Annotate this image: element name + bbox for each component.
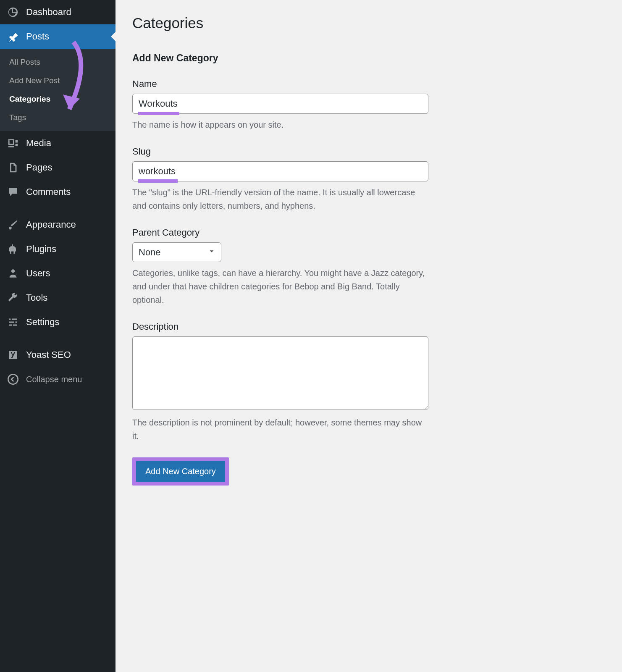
submenu-all-posts[interactable]: All Posts (0, 53, 115, 71)
sidebar-item-settings[interactable]: Settings (0, 310, 115, 334)
yoast-icon (7, 349, 19, 361)
sidebar-item-users[interactable]: Users (0, 261, 115, 286)
sidebar-label: Comments (26, 186, 71, 197)
sidebar-item-appearance[interactable]: Appearance (0, 213, 115, 237)
dashboard-icon (7, 6, 19, 18)
sidebar-label: Media (26, 138, 51, 149)
submenu-add-new[interactable]: Add New Post (0, 71, 115, 90)
sidebar-item-plugins[interactable]: Plugins (0, 237, 115, 261)
sidebar-label: Appearance (26, 219, 76, 230)
name-label: Name (132, 79, 428, 89)
name-input[interactable] (132, 94, 428, 114)
collapse-label: Collapse menu (26, 375, 82, 384)
sidebar-item-dashboard[interactable]: Dashboard (0, 0, 115, 24)
separator (0, 334, 115, 343)
page-title: Categories (132, 15, 428, 32)
parent-label: Parent Category (132, 227, 428, 238)
parent-select[interactable]: None (132, 242, 221, 262)
description-label: Description (132, 321, 428, 332)
submenu-tags[interactable]: Tags (0, 108, 115, 127)
sidebar-label: Tools (26, 292, 47, 303)
name-field: Name The name is how it appears on your … (132, 79, 428, 131)
sidebar-label: Posts (26, 31, 49, 42)
posts-submenu: All Posts Add New Post Categories Tags (0, 49, 115, 131)
sidebar-item-media[interactable]: Media (0, 131, 115, 155)
slug-field: Slug The "slug" is the URL-friendly vers… (132, 146, 428, 213)
svg-point-0 (8, 374, 18, 384)
name-help: The name is how it appears on your site. (132, 118, 428, 131)
submit-highlight: Add New Category (132, 457, 229, 486)
sidebar-item-comments[interactable]: Comments (0, 180, 115, 204)
parent-help: Categories, unlike tags, can have a hier… (132, 266, 428, 307)
pin-icon (7, 30, 19, 43)
sidebar-item-pages[interactable]: Pages (0, 155, 115, 180)
comments-icon (7, 186, 19, 198)
collapse-menu-button[interactable]: Collapse menu (0, 367, 115, 391)
brush-icon (7, 218, 19, 231)
description-field: Description The description is not promi… (132, 321, 428, 443)
plugin-icon (7, 243, 19, 255)
sidebar-item-posts[interactable]: Posts (0, 24, 115, 49)
sidebar-item-tools[interactable]: Tools (0, 286, 115, 310)
slug-label: Slug (132, 146, 428, 157)
collapse-icon (7, 373, 19, 386)
sliders-icon (7, 316, 19, 328)
submenu-categories[interactable]: Categories (0, 90, 115, 108)
sidebar-label: Plugins (26, 244, 56, 255)
parent-field: Parent Category None Categories, unlike … (132, 227, 428, 307)
pages-icon (7, 161, 19, 174)
description-textarea[interactable] (132, 336, 428, 410)
separator (0, 204, 115, 213)
sidebar-label: Users (26, 268, 50, 279)
slug-input[interactable] (132, 161, 428, 181)
form-title: Add New Category (132, 52, 428, 64)
description-help: The description is not prominent by defa… (132, 416, 428, 443)
main-content: Categories Add New Category Name The nam… (115, 0, 445, 672)
users-icon (7, 267, 19, 280)
sidebar-label: Dashboard (26, 7, 71, 18)
add-category-button[interactable]: Add New Category (136, 461, 225, 482)
admin-sidebar: Dashboard Posts All Posts Add New Post C… (0, 0, 115, 672)
wrench-icon (7, 291, 19, 304)
sidebar-label: Pages (26, 162, 52, 173)
slug-help: The "slug" is the URL-friendly version o… (132, 186, 428, 213)
sidebar-item-yoast[interactable]: Yoast SEO (0, 343, 115, 367)
media-icon (7, 137, 19, 150)
sidebar-label: Yoast SEO (26, 349, 71, 360)
sidebar-label: Settings (26, 317, 60, 328)
